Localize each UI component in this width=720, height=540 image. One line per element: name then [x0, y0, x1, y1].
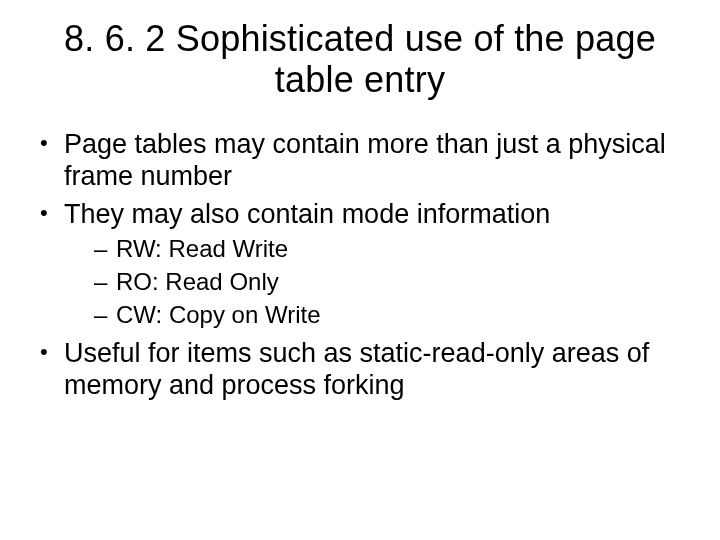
- bullet-text: Useful for items such as static-read-onl…: [64, 338, 649, 400]
- sub-bullet-item: RW: Read Write: [94, 234, 690, 264]
- bullet-item: Page tables may contain more than just a…: [36, 129, 690, 193]
- sub-bullet-item: CW: Copy on Write: [94, 300, 690, 330]
- bullet-text: Page tables may contain more than just a…: [64, 129, 666, 191]
- sub-bullet-list: RW: Read Write RO: Read Only CW: Copy on…: [94, 234, 690, 330]
- sub-bullet-text: RO: Read Only: [116, 268, 279, 295]
- sub-bullet-text: CW: Copy on Write: [116, 301, 321, 328]
- bullet-item: They may also contain mode information R…: [36, 199, 690, 331]
- bullet-text: They may also contain mode information: [64, 199, 550, 229]
- slide-title: 8. 6. 2 Sophisticated use of the page ta…: [30, 18, 690, 101]
- sub-bullet-text: RW: Read Write: [116, 235, 288, 262]
- bullet-list: Page tables may contain more than just a…: [36, 129, 690, 402]
- bullet-item: Useful for items such as static-read-onl…: [36, 338, 690, 402]
- sub-bullet-item: RO: Read Only: [94, 267, 690, 297]
- slide: 8. 6. 2 Sophisticated use of the page ta…: [0, 0, 720, 540]
